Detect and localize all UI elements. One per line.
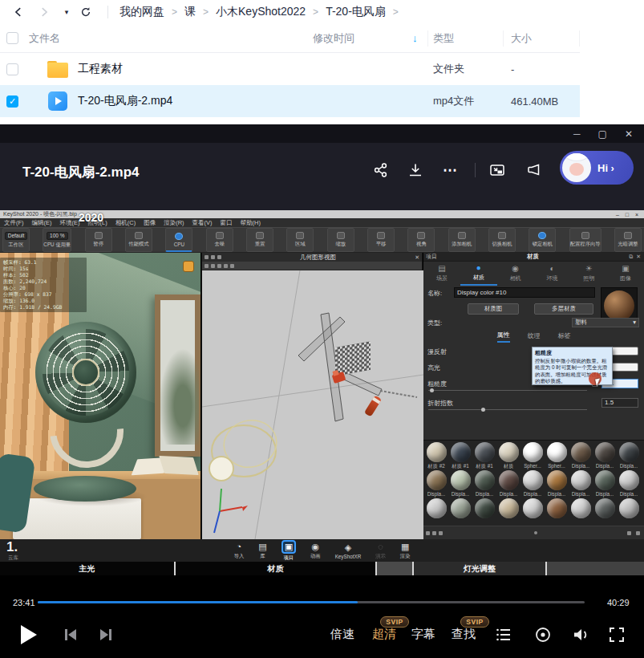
- account-pill[interactable]: Hi ›: [560, 151, 634, 185]
- material-sphere: [619, 470, 639, 490]
- minimize-button[interactable]: ─: [573, 129, 581, 139]
- forward-icon[interactable]: [37, 5, 51, 19]
- file-row-video[interactable]: ✓ T-20-电风扇-2.mp4 mp4文件 461.40MB: [0, 85, 580, 117]
- breadcrumb-item[interactable]: 课: [184, 5, 196, 19]
- material-library-item: Displa...: [593, 470, 617, 498]
- feedback-horn-icon[interactable]: [523, 159, 545, 181]
- share-icon[interactable]: [369, 159, 391, 181]
- file-name[interactable]: T-20-电风扇-2.mp4: [78, 94, 172, 108]
- file-name[interactable]: 工程素材: [78, 62, 123, 76]
- material-library-item: [545, 498, 569, 526]
- keyshot-menu-item: 文件(F): [4, 219, 24, 227]
- breadcrumb-separator: >: [203, 6, 209, 18]
- material-sphere: [595, 442, 615, 462]
- column-type[interactable]: 类型: [433, 31, 454, 46]
- material-sphere-label: Displa...: [500, 490, 518, 498]
- picture-in-picture-icon[interactable]: [486, 159, 508, 181]
- dock-watermark: 1.: [6, 540, 18, 554]
- tab-lighting: ☀照明: [570, 262, 607, 286]
- material-sphere-label: Spher...: [548, 462, 565, 469]
- name-label: 名称:: [427, 289, 442, 298]
- material-graph-button: 材质图: [468, 303, 519, 315]
- column-size[interactable]: 大小: [511, 31, 532, 46]
- find-button[interactable]: 查找: [452, 627, 476, 642]
- geometry-view-toolbar: [202, 262, 422, 270]
- material-library-item: Displa...: [617, 470, 641, 498]
- row-checkbox-checked[interactable]: ✓: [6, 95, 18, 108]
- row-checkbox[interactable]: [6, 63, 18, 75]
- tab-image: ▣图像: [607, 262, 644, 286]
- project-corner-label: 项目: [426, 253, 437, 261]
- close-button[interactable]: ✕: [625, 129, 633, 139]
- material-sphere: [427, 498, 447, 518]
- material-sphere: [499, 498, 519, 518]
- keyshot-toolbar-button: 平移: [367, 228, 395, 252]
- panel-gear-icon: [205, 255, 209, 259]
- fullscreen-icon[interactable]: [607, 625, 626, 644]
- material-library-item: Displa...: [472, 470, 496, 498]
- dock-item: ▤ 库: [258, 542, 266, 560]
- keyshot-toolbar-button: 去噪: [206, 228, 233, 252]
- dock-item: ▦ 渲染: [400, 542, 411, 560]
- file-row-folder[interactable]: 工程素材 文件夹 -: [0, 53, 580, 85]
- dock-item-icon: ▣: [281, 540, 296, 554]
- progress-fill: [38, 601, 358, 603]
- history-caret-icon[interactable]: ▾: [63, 5, 71, 19]
- breadcrumb-separator: >: [393, 6, 399, 18]
- more-icon[interactable]: ⋯: [439, 159, 461, 181]
- chapter-bar: 主光 材质 灯光调整: [0, 562, 644, 575]
- material-sphere: [547, 442, 567, 462]
- progress-bar[interactable]: [38, 601, 585, 603]
- column-name[interactable]: 文件名: [29, 31, 60, 46]
- volume-icon[interactable]: [571, 625, 590, 644]
- video-frame[interactable]: KeyShot 2020 - 喷色-闪黑.bip – □ × 文件(F)编辑(E…: [0, 210, 644, 575]
- current-time: 23:41: [13, 598, 35, 607]
- dock-item-label: 导入: [234, 553, 245, 560]
- breadcrumb-separator: >: [172, 6, 177, 18]
- breadcrumb: 我的网盘 > 课 > 小木KeyShot2022 > T-20-电风扇 >: [119, 5, 406, 19]
- breadcrumb-item[interactable]: 我的网盘: [119, 5, 164, 19]
- dock-item-icon: ◌: [378, 542, 383, 552]
- breadcrumb-item[interactable]: 小木KeyShot2022: [216, 5, 306, 19]
- breadcrumb-item[interactable]: T-20-电风扇: [326, 5, 386, 19]
- multi-material-button: 多层材质: [534, 303, 593, 315]
- material-library-item: Displa...: [496, 470, 520, 498]
- property-ior: 折射指数 1.5: [423, 396, 644, 410]
- chapter-main-light: 主光: [0, 562, 176, 575]
- back-icon[interactable]: [11, 5, 26, 19]
- dock-item-label: 渲染: [400, 553, 411, 560]
- speed-button[interactable]: 倍速: [330, 627, 354, 642]
- file-type: 文件夹: [433, 62, 464, 76]
- play-button[interactable]: [21, 625, 37, 644]
- subtitle-button[interactable]: 字幕: [411, 627, 435, 642]
- previous-button[interactable]: [61, 625, 80, 644]
- material-sphere: [523, 442, 543, 462]
- player-header: T-20-电风扇-2.mp4 ⋯ Hi ›: [0, 143, 644, 210]
- ambient-mode-icon[interactable]: [533, 625, 553, 644]
- chapter-light-adjust: 灯光调整: [414, 562, 547, 575]
- playlist-icon[interactable]: [494, 625, 513, 644]
- tab-environment: ◐环境: [533, 262, 570, 286]
- material-library-item: Spher...: [520, 442, 545, 470]
- quality-button[interactable]: 超清: [372, 627, 396, 642]
- select-all-checkbox[interactable]: [6, 32, 18, 44]
- duration: 40:29: [607, 598, 630, 607]
- download-icon[interactable]: [404, 159, 427, 181]
- keyshot-toolbar: Default 工作区 100 % CPU 使用量 暂停 性能模式 CPU 去噪…: [0, 227, 644, 253]
- material-sphere-label: Spher...: [524, 462, 541, 469]
- next-button[interactable]: [96, 625, 115, 644]
- sort-desc-icon[interactable]: ↓: [412, 32, 418, 44]
- refresh-icon[interactable]: [79, 5, 93, 19]
- material-sphere: [571, 470, 591, 490]
- keyshot-toolbar-button: 区域: [286, 228, 314, 252]
- material-name-input: Display color #10: [454, 287, 595, 298]
- material-sphere-label: 材质 #1: [476, 462, 492, 469]
- material-panel-title: 材质: [437, 253, 629, 261]
- maximize-button[interactable]: ▢: [598, 129, 607, 139]
- dock-item-icon: ◉: [312, 542, 320, 552]
- keyshot-toolbar-button: 添加相机: [448, 228, 476, 252]
- material-library-item: [593, 498, 617, 526]
- column-time[interactable]: 修改时间: [313, 31, 354, 46]
- material-sphere-label: Displa...: [620, 490, 638, 498]
- render-stat-line: 面数: 2,240,724: [3, 278, 83, 285]
